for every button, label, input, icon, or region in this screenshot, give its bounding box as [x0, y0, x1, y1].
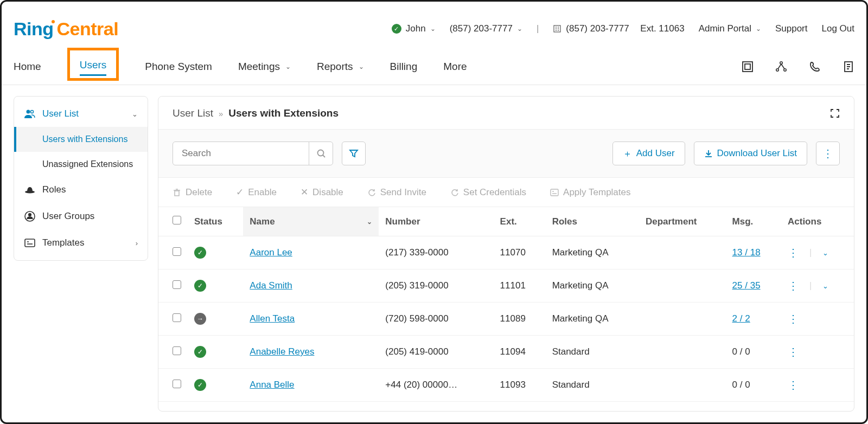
col-number[interactable]: Number [379, 207, 493, 236]
col-ext[interactable]: Ext. [494, 207, 546, 236]
user-link[interactable]: Allen Testa [250, 313, 295, 324]
bulk-send-invite[interactable]: Send Invite [367, 187, 426, 198]
user-table: Status Name⌄ Number Ext. Roles Departmen… [158, 207, 854, 402]
cell-number: (205) 319-0000 [379, 269, 493, 303]
sidebar-roles[interactable]: Roles [14, 177, 148, 203]
cell-number: +44 (20) 00000… [379, 369, 493, 402]
support-link[interactable]: Support [775, 23, 808, 34]
msg-value: 0 / 0 [732, 380, 750, 390]
cell-status: ✓ [188, 236, 243, 269]
nav-reports[interactable]: Reports ⌄ [317, 57, 364, 76]
row-kebab-icon[interactable]: ⋮ [788, 312, 799, 325]
row-checkbox[interactable] [173, 280, 181, 289]
search-input[interactable] [173, 142, 309, 165]
breadcrumb: User List » Users with Extensions [158, 97, 854, 130]
select-all-checkbox[interactable] [173, 216, 181, 224]
separator: | [537, 23, 539, 34]
svg-point-18 [27, 110, 30, 114]
download-user-list-button[interactable]: Download User List [694, 142, 807, 165]
nav-more[interactable]: More [443, 57, 467, 76]
table-row: ✓Anna Belle+44 (20) 00000…11093Standard0… [158, 369, 854, 402]
row-checkbox[interactable] [173, 380, 181, 388]
bulk-enable[interactable]: ✓ Enable [236, 187, 277, 198]
cell-name: Ada Smith [243, 269, 379, 303]
notes-icon[interactable] [843, 61, 854, 73]
expand-row-icon[interactable]: ⌄ [822, 282, 828, 290]
bulk-disable[interactable]: ✕ Disable [301, 187, 343, 198]
phone-icon[interactable] [809, 61, 821, 73]
col-department[interactable]: Department [639, 207, 726, 236]
svg-point-19 [30, 110, 33, 113]
users-icon [24, 109, 36, 119]
row-kebab-icon[interactable]: ⋮ [788, 378, 799, 391]
user-link[interactable]: Aaron Lee [250, 247, 292, 258]
row-checkbox[interactable] [173, 313, 181, 322]
app-icon[interactable] [742, 61, 754, 73]
row-kebab-icon[interactable]: ⋮ [788, 246, 799, 259]
bulk-delete[interactable]: Delete [173, 187, 212, 198]
user-link[interactable]: Anabelle Reyes [250, 346, 314, 357]
row-checkbox[interactable] [173, 247, 181, 256]
col-checkbox [158, 207, 188, 236]
cell-name: Allen Testa [243, 303, 379, 336]
sidebar-templates[interactable]: Templates › [14, 230, 148, 256]
msg-link[interactable]: 2 / 2 [732, 313, 750, 324]
col-status[interactable]: Status [188, 207, 243, 236]
plus-icon: ＋ [623, 147, 632, 160]
cell-role: Standard [546, 336, 639, 369]
download-icon [704, 149, 713, 158]
cell-ext: 11094 [494, 336, 546, 369]
row-checkbox[interactable] [173, 346, 181, 355]
user-name: John [406, 23, 426, 34]
cell-number: (217) 339-0000 [379, 236, 493, 269]
nav-users[interactable]: Users [80, 56, 107, 76]
nav-phone-system[interactable]: Phone System [145, 57, 212, 76]
nav-home[interactable]: Home [14, 57, 41, 76]
col-msg[interactable]: Msg. [726, 207, 781, 236]
more-button[interactable]: ⋮ [816, 142, 840, 165]
search-button[interactable] [309, 142, 333, 165]
logout-link[interactable]: Log Out [822, 23, 855, 34]
x-icon: ✕ [301, 187, 308, 198]
add-user-button[interactable]: ＋ Add User [612, 142, 685, 165]
user-link[interactable]: Anna Belle [250, 380, 294, 390]
logo-ring: Ring [14, 18, 54, 39]
check-icon: ✓ [236, 187, 244, 198]
svg-point-26 [317, 150, 323, 156]
bulk-apply-templates[interactable]: Apply Templates [550, 187, 630, 198]
sidebar-user-list[interactable]: User List ⌄ [14, 101, 148, 127]
admin-portal-menu[interactable]: Admin Portal ⌄ [699, 23, 761, 34]
cell-actions: ⋮|⌄ [781, 269, 854, 303]
chevron-down-icon: ⌄ [359, 63, 364, 70]
bulk-set-credentials[interactable]: Set Credentials [450, 187, 526, 198]
breadcrumb-root[interactable]: User List [173, 107, 213, 119]
sidebar-unassigned-extensions[interactable]: Unassigned Extensions [14, 152, 148, 177]
refresh-icon [450, 188, 459, 197]
logo: RingCentral [14, 18, 118, 40]
msg-link[interactable]: 13 / 18 [732, 247, 761, 258]
chevron-down-icon: ⌄ [132, 110, 138, 118]
expand-row-icon[interactable]: ⌄ [822, 249, 828, 257]
cell-actions: ⋮|⌄ [781, 236, 854, 269]
msg-link[interactable]: 25 / 35 [732, 280, 761, 291]
row-kebab-icon[interactable]: ⋮ [788, 345, 799, 358]
cell-role: Standard [546, 369, 639, 402]
users-highlight-box: Users [67, 48, 119, 81]
row-kebab-icon[interactable]: ⋮ [788, 279, 799, 292]
nav-billing[interactable]: Billing [390, 57, 418, 76]
sidebar-users-with-extensions[interactable]: Users with Extensions [14, 127, 148, 152]
col-actions: Actions [781, 207, 854, 236]
ext-label: Ext. 11063 [640, 23, 684, 34]
col-name[interactable]: Name⌄ [243, 207, 379, 236]
nav-icons [742, 61, 854, 73]
expand-icon[interactable] [830, 108, 840, 118]
phone-dropdown[interactable]: (857) 203-7777 ⌄ [450, 23, 522, 34]
user-menu[interactable]: ✓ John ⌄ [392, 23, 436, 34]
user-link[interactable]: Ada Smith [250, 280, 292, 291]
col-roles[interactable]: Roles [546, 207, 639, 236]
filter-button[interactable] [342, 142, 366, 165]
network-icon[interactable] [775, 61, 787, 73]
nav-meetings[interactable]: Meetings ⌄ [238, 57, 291, 76]
sidebar-user-groups[interactable]: User Groups [14, 203, 148, 230]
svg-rect-7 [743, 62, 752, 72]
